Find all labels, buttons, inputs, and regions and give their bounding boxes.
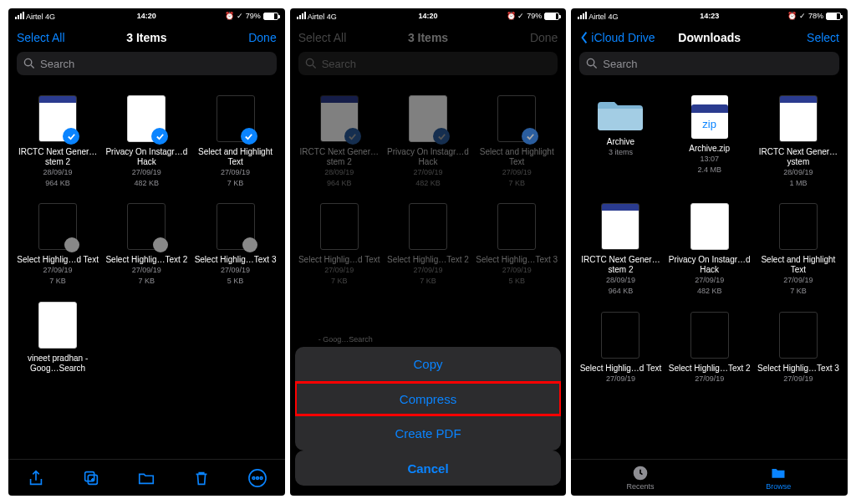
status-bar: Airtel 4G 14:20 ⏰ ✓ 79% xyxy=(290,8,567,23)
file-item[interactable]: Privacy On Instagr…d Hack27/09/19482 KB xyxy=(667,203,752,296)
file-item[interactable]: Select Highlig…Text 227/09/197 KB xyxy=(104,203,189,286)
svg-point-0 xyxy=(24,59,31,65)
signal-icon xyxy=(578,12,587,19)
checkmark-icon xyxy=(522,128,538,145)
select-all-button: Select All xyxy=(298,31,347,44)
radio-icon xyxy=(153,237,168,252)
compress-action[interactable]: Compress xyxy=(295,381,562,416)
file-item[interactable]: IRCTC Next Gener…stem 228/09/19964 KB xyxy=(578,203,663,296)
duplicate-icon[interactable] xyxy=(82,469,100,487)
file-item[interactable]: Select Highlig…d Text27/09/19 xyxy=(578,312,663,384)
clock-icon xyxy=(632,465,649,481)
checkmark-icon xyxy=(344,128,361,145)
action-sheet: Copy Compress Create PDF - Goog…Search C… xyxy=(290,342,567,496)
svg-point-8 xyxy=(256,476,258,479)
phone-screen-1: Airtel 4G 14:20 ⏰ ✓ 79% Select All 3 Ite… xyxy=(8,8,285,496)
svg-line-1 xyxy=(31,65,34,69)
create-pdf-action[interactable]: Create PDF xyxy=(295,415,562,451)
done-button: Done xyxy=(530,31,558,44)
navbar: iCloud Drive Downloads Select xyxy=(571,23,848,52)
checkmark-icon xyxy=(63,128,79,145)
checkmark-icon xyxy=(151,128,168,145)
done-button[interactable]: Done xyxy=(248,31,276,44)
file-item[interactable]: Privacy On Instagr…d Hack27/09/19482 KB xyxy=(104,95,189,188)
svg-point-9 xyxy=(260,476,262,479)
folder-icon xyxy=(598,95,643,132)
zip-icon: zip xyxy=(691,95,728,139)
file-item: Select Highlig…d Text27/09/197 KB xyxy=(297,203,382,286)
signal-icon xyxy=(15,12,24,19)
status-bar: Airtel 4G 14:20 ⏰ ✓ 79% xyxy=(8,8,285,23)
select-button[interactable]: Select xyxy=(807,31,839,44)
tab-recents[interactable]: Recents xyxy=(571,460,709,496)
navbar: Select All 3 Items Done xyxy=(290,23,567,52)
file-item: Select Highlig…Text 227/09/197 KB xyxy=(385,203,471,286)
trash-icon[interactable] xyxy=(192,469,211,487)
file-item[interactable]: Select Highlig…Text 227/09/19 xyxy=(667,312,752,384)
toolbar xyxy=(8,459,285,496)
file-item[interactable]: vineet pradhan - Goog…Search xyxy=(15,302,100,374)
battery-icon xyxy=(544,13,559,20)
tab-bar: Recents Browse xyxy=(571,459,848,496)
file-item: Select Highlig…Text 327/09/195 KB xyxy=(474,203,559,286)
phone-screen-3: Airtel 4G 14:23 ⏰ ✓ 78% iCloud Drive Dow… xyxy=(571,8,848,496)
file-item[interactable]: Select and Highlight Text27/09/197 KB xyxy=(756,203,841,296)
checkmark-icon xyxy=(241,128,257,145)
file-item: IRCTC Next Gener…stem 228/09/19964 KB xyxy=(297,95,382,188)
folder-icon xyxy=(770,465,787,481)
navbar-title: Downloads xyxy=(678,31,741,44)
svg-line-13 xyxy=(594,65,597,69)
search-icon xyxy=(23,58,35,69)
battery-icon xyxy=(826,13,841,20)
file-item[interactable]: Select Highlig…d Text27/09/197 KB xyxy=(15,203,100,286)
file-item[interactable]: IRCTC Next Gener…ystem28/09/191 MB xyxy=(756,95,841,188)
navbar-title: 3 Items xyxy=(408,31,448,44)
radio-icon xyxy=(64,237,79,252)
file-item[interactable]: zip Archive.zip13:072.4 MB xyxy=(667,95,752,188)
folder-icon[interactable] xyxy=(137,469,155,487)
svg-point-7 xyxy=(252,476,255,479)
svg-line-11 xyxy=(313,65,316,69)
back-button[interactable]: iCloud Drive xyxy=(579,31,655,44)
search-icon xyxy=(586,58,598,69)
cancel-action[interactable]: Cancel xyxy=(295,451,562,486)
copy-action[interactable]: Copy xyxy=(295,347,562,382)
status-time: 14:20 xyxy=(137,12,156,20)
more-icon[interactable] xyxy=(248,469,267,487)
navbar-title: 3 Items xyxy=(126,31,166,44)
file-item[interactable]: Select Highlig…Text 327/09/19 xyxy=(756,312,841,384)
share-icon[interactable] xyxy=(27,469,45,487)
search-input: Search xyxy=(298,52,558,75)
file-item[interactable]: IRCTC Next Gener…stem 228/09/19964 KB xyxy=(15,95,100,188)
checkmark-icon xyxy=(433,128,450,145)
svg-point-12 xyxy=(588,59,594,65)
status-time: 14:23 xyxy=(700,12,719,20)
folder-item[interactable]: Archive3 items xyxy=(578,95,663,188)
signal-icon xyxy=(297,12,306,19)
navbar: Select All 3 Items Done xyxy=(8,23,285,52)
search-input[interactable]: Search xyxy=(579,52,839,75)
file-item: Select and Highlight Text27/09/197 KB xyxy=(474,95,559,188)
select-all-button[interactable]: Select All xyxy=(17,31,65,44)
file-item: Privacy On Instagr…d Hack27/09/19482 KB xyxy=(385,95,471,188)
file-item[interactable]: Select Highlig…Text 327/09/195 KB xyxy=(193,203,278,286)
phone-screen-2: Airtel 4G 14:20 ⏰ ✓ 79% Select All 3 Ite… xyxy=(290,8,567,496)
search-input[interactable]: Search xyxy=(17,52,277,75)
battery-icon xyxy=(263,13,278,20)
file-item[interactable]: Select and Highlight Text27/09/197 KB xyxy=(193,95,278,188)
svg-point-10 xyxy=(306,59,313,65)
tab-browse[interactable]: Browse xyxy=(710,460,848,496)
radio-icon xyxy=(242,237,257,252)
status-time: 14:20 xyxy=(418,12,437,20)
chevron-left-icon xyxy=(579,31,589,44)
search-icon xyxy=(305,58,317,69)
status-bar: Airtel 4G 14:23 ⏰ ✓ 78% xyxy=(571,8,848,23)
